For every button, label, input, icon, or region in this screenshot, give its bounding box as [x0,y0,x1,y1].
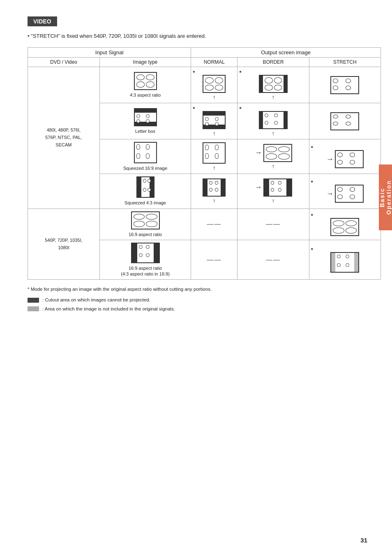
col-normal: NORMAL [191,58,238,67]
table-row: 480I, 480P, 576I,576P, NTSC, PAL,SECAM [28,67,381,103]
stretch-squeezed-169: * → [309,139,380,174]
sidebar-tab: Basic Operation [379,164,392,230]
main-table: Input Signal Output screen image DVD / V… [28,47,381,280]
col-border: BORDER [238,58,309,67]
output-screen-header: Output screen image [191,48,381,58]
image-type-169-43: 16:9 aspect ratio(4:3 aspect ratio in 16… [99,240,191,280]
label-169-43: 16:9 aspect ratio(4:3 aspect ratio in 16… [121,265,170,277]
label-squeezed-169: Squeezed 16:9 image [123,165,167,171]
dark-legend-box [28,298,39,303]
col-dvd-video: DVD / Video [28,58,100,67]
signal-label-1: 480I, 480P, 576I,576P, NTSC, PAL,SECAM [28,67,100,209]
col-stretch: STRETCH [309,58,380,67]
normal-squeezed-169: ↑ [191,139,238,174]
label-squeezed-43: Squeezed 4:3 image [125,200,166,206]
image-type-squeezed-43: Squeezed 4:3 image [99,174,191,208]
image-type-letterbox: Letter box [99,103,191,139]
normal-4-3: * ↑ [191,67,238,103]
border-letterbox: * [238,103,309,139]
signal-label-2: 540P, 720P, 1035I,1080I [28,208,100,280]
stretch-169-43: * [309,240,380,280]
dark-legend-text: : Cutout area on which images cannot be … [42,296,150,304]
image-type-4-3: 4:3 aspect ratio [99,67,191,103]
normal-letterbox: * [191,103,238,139]
normal-169: —— [191,208,238,240]
normal-squeezed-43: ↑ [191,174,238,208]
input-signal-header: Input Signal [28,48,191,58]
border-squeezed-169: → ↑ [238,139,309,174]
table-row: 540P, 720P, 1035I,1080I [28,208,381,240]
col-image-type: Image type [99,58,191,67]
page-container: VIDEO • "STRETCH" is fixed when 540P, 72… [11,0,381,330]
label-4-3: 4:3 aspect ratio [130,92,161,98]
video-badge: VIDEO [28,16,57,26]
stretch-169: * [309,208,380,240]
gray-legend-text: : Area on which the image is not include… [42,305,175,313]
stretch-squeezed-43: * → [309,174,380,208]
sidebar-label: Basic Operation [379,171,392,224]
star-note: * Mode for projecting an image with the … [28,285,373,294]
border-169: —— [238,208,309,240]
label-letterbox: Letter box [135,128,155,134]
subtitle: • "STRETCH" is fixed when 540P, 720P, 10… [28,33,373,39]
image-type-squeezed-169: Squeezed 16:9 image [99,139,191,174]
page-number: 31 [360,537,367,544]
stretch-4-3 [309,67,380,103]
border-squeezed-43: → [238,174,309,208]
gray-legend-box [28,306,39,311]
footnotes: * Mode for projecting an image with the … [28,285,373,313]
image-type-169: 16:9 aspect ratio [99,208,191,240]
border-4-3: * [238,67,309,103]
border-169-43: —— [238,240,309,280]
label-169: 16:9 aspect ratio [129,232,162,237]
normal-169-43: —— [191,240,238,280]
stretch-letterbox [309,103,380,139]
